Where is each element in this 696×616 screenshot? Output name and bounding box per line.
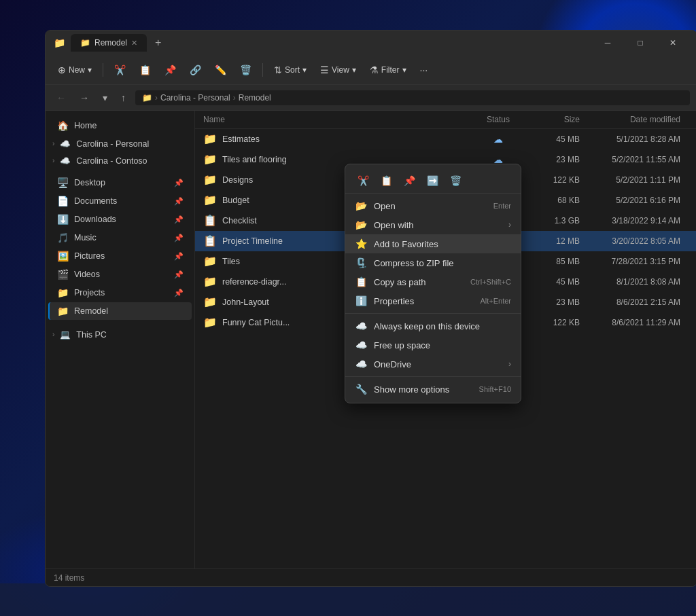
ctx-properties[interactable]: ℹ️ Properties Alt+Enter (345, 291, 521, 310)
pictures-icon: 🖼️ (56, 251, 69, 261)
file-status: ☁ (471, 134, 525, 145)
folder-icon: 📁 (203, 316, 217, 329)
view-button[interactable]: ☰ View ▾ (315, 61, 362, 79)
context-menu: ✂️ 📋 📌 ➡️ 🗑️ 📂 Open Enter 📂 Open with › … (345, 164, 521, 403)
ctx-open-with[interactable]: 📂 Open with › (345, 215, 521, 234)
ctx-copy-button[interactable]: 📋 (375, 171, 397, 190)
sidebar-label-remodel: Remodel (74, 306, 108, 316)
sidebar: 🏠 Home › ☁️ Carolina - Personal › ☁️ Car… (46, 111, 195, 568)
minimize-button[interactable]: ─ (592, 32, 623, 54)
new-button[interactable]: ⊕ New ▾ (52, 61, 97, 79)
recent-button[interactable]: ▾ (99, 90, 111, 106)
share-button[interactable]: 🔗 (184, 61, 207, 79)
ctx-copy-path[interactable]: 📋 Copy as path Ctrl+Shift+C (345, 272, 521, 291)
sort-label: Sort (285, 65, 300, 75)
share-icon: 🔗 (190, 65, 201, 75)
copy-button[interactable]: 📋 (134, 61, 156, 79)
address-bar: ← → ▾ ↑ 📁 › Carolina - Personal › Remode… (46, 85, 696, 111)
close-button[interactable]: ✕ (657, 32, 689, 54)
ctx-free-space-label: Free up space (374, 340, 430, 350)
ctx-onedrive[interactable]: ☁️ OneDrive › (345, 355, 521, 374)
header-name: Name (203, 115, 471, 124)
home-icon: 🏠 (56, 120, 69, 131)
sidebar-item-carolina-personal[interactable]: › ☁️ Carolina - Personal (46, 135, 194, 152)
taskbar (0, 583, 696, 616)
sort-button[interactable]: ⇅ Sort ▾ (268, 61, 312, 79)
view-icon: ☰ (320, 65, 329, 75)
folder-icon: 📁 (203, 275, 217, 288)
pin-icon-music: 📌 (174, 234, 184, 242)
pin-icon-projects: 📌 (174, 289, 184, 297)
ctx-free-space[interactable]: ☁️ Free up space (345, 336, 521, 355)
toolbar-sep1 (103, 63, 103, 77)
file-date: 8/1/2021 8:08 AM (580, 277, 689, 287)
ctx-delete-button[interactable]: 🗑️ (445, 171, 466, 190)
back-button[interactable]: ← (52, 90, 70, 106)
new-tab-button[interactable]: + (150, 34, 167, 52)
window-controls: ─ □ ✕ (592, 32, 689, 54)
breadcrumb-path2[interactable]: Remodel (239, 93, 271, 103)
maximize-button[interactable]: □ (625, 32, 656, 54)
ctx-paste-button[interactable]: 📌 (398, 171, 420, 190)
sidebar-item-carolina-contoso[interactable]: › ☁️ Carolina - Contoso (46, 152, 194, 169)
tab-bar: 📁 Remodel ✕ + (71, 34, 167, 52)
folder-icon: 📁 (203, 153, 217, 166)
cut-button[interactable]: ✂️ (109, 61, 131, 79)
breadcrumb: 📁 › Carolina - Personal › Remodel (135, 90, 690, 105)
ctx-show-more[interactable]: 🔧 Show more options Shift+F10 (345, 380, 521, 399)
more-button[interactable]: ··· (415, 61, 434, 79)
ctx-share-button[interactable]: ➡️ (421, 171, 443, 190)
active-tab[interactable]: 📁 Remodel ✕ (71, 34, 147, 52)
ctx-sep1 (345, 313, 521, 314)
sidebar-item-remodel[interactable]: 📁 Remodel (48, 302, 192, 320)
ctx-compress[interactable]: 🗜️ Compress to ZIP file (345, 253, 521, 272)
cloud-icon-personal: ☁️ (60, 139, 71, 149)
header-size: Size (525, 115, 580, 124)
forward-button[interactable]: → (75, 90, 93, 106)
sidebar-item-projects[interactable]: 📁 Projects 📌 (48, 284, 192, 302)
ctx-compress-label: Compress to ZIP file (374, 258, 454, 268)
ctx-onedrive-icon: ☁️ (355, 359, 367, 369)
sort-chevron: ▾ (302, 65, 307, 75)
sidebar-item-home[interactable]: 🏠 Home (48, 117, 192, 134)
tab-close-button[interactable]: ✕ (131, 39, 137, 48)
folder-icon: 📁 (203, 255, 217, 268)
ctx-open[interactable]: 📂 Open Enter (345, 196, 521, 215)
ctx-keep-device[interactable]: ☁️ Always keep on this device (345, 316, 521, 336)
ctx-favorites-label: Add to Favorites (374, 239, 438, 249)
rename-button[interactable]: ✏️ (209, 61, 232, 79)
ctx-cut-button[interactable]: ✂️ (352, 171, 374, 190)
cloud-status-icon: ☁ (493, 134, 503, 145)
filter-button[interactable]: ⚗ Filter ▾ (364, 61, 412, 79)
sidebar-item-downloads[interactable]: ⬇️ Downloads 📌 (48, 211, 192, 228)
sidebar-item-pictures[interactable]: 🖼️ Pictures 📌 (48, 247, 192, 265)
file-size: 23 MB (525, 155, 580, 164)
toolbar-sep2 (262, 63, 263, 77)
cloud-icon-contoso: ☁️ (60, 156, 71, 166)
table-row[interactable]: 📁 Estimates ☁ 45 MB 5/1/2021 8:28 AM (195, 129, 696, 149)
sidebar-label-desktop: Desktop (74, 178, 105, 187)
delete-button[interactable]: 🗑️ (234, 61, 257, 79)
context-menu-toolbar: ✂️ 📋 📌 ➡️ 🗑️ (345, 168, 521, 194)
file-size: 68 KB (525, 196, 580, 205)
videos-icon: 🎬 (56, 269, 69, 280)
file-name: Estimates (222, 134, 471, 144)
ctx-add-favorites[interactable]: ⭐ Add to Favorites (345, 234, 521, 253)
ctx-show-more-icon: 🔧 (355, 384, 367, 395)
breadcrumb-path1[interactable]: Carolina - Personal (160, 93, 230, 103)
up-button[interactable]: ↑ (117, 90, 130, 106)
pin-icon-pictures: 📌 (174, 252, 184, 261)
file-list-header: Name Status Size Date modified (195, 111, 696, 129)
sidebar-item-this-pc[interactable]: › 💻 This PC (46, 326, 194, 343)
paste-button[interactable]: 📌 (159, 61, 181, 79)
sort-icon: ⇅ (274, 65, 282, 75)
view-label: View (332, 65, 349, 75)
folder-icon: 📁 (203, 194, 217, 206)
sidebar-item-music[interactable]: 🎵 Music 📌 (48, 229, 192, 247)
sidebar-item-desktop[interactable]: 🖥️ Desktop 📌 (48, 174, 192, 192)
sidebar-item-videos[interactable]: 🎬 Videos 📌 (48, 266, 192, 283)
sidebar-item-documents[interactable]: 📄 Documents 📌 (48, 192, 192, 210)
file-date: 5/1/2021 8:28 AM (580, 134, 689, 144)
sidebar-label-music: Music (74, 233, 97, 242)
music-icon: 🎵 (56, 232, 69, 243)
